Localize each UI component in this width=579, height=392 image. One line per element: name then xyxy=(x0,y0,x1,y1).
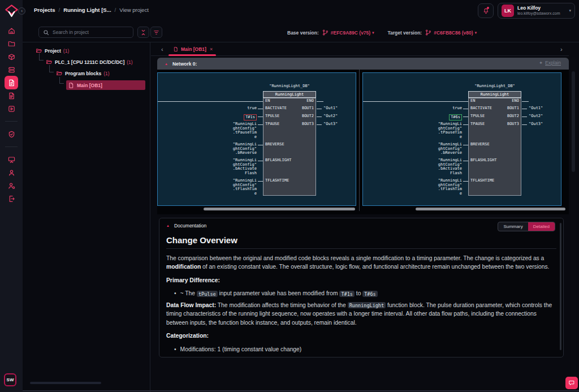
collapse-all-button[interactable] xyxy=(137,27,149,38)
collapse-triangle-icon: ▲ xyxy=(165,62,168,66)
fbd-input-port: BREVERSE xyxy=(265,143,310,147)
fbd-db-instance-name: "RunningLight_DB" xyxy=(443,84,547,89)
fbd-block-header: RunningLight xyxy=(468,91,521,98)
compare-icon xyxy=(7,79,16,87)
doc-text: Modifications: 1 (timing constant value … xyxy=(180,345,302,354)
fbd-eno-stub xyxy=(522,101,529,102)
fbd-input-operand: T#6s xyxy=(397,114,462,120)
sidebar-item-media[interactable] xyxy=(0,103,23,114)
base-diagram-scrollbar[interactable] xyxy=(204,208,355,210)
fbd-output-tick xyxy=(522,124,527,125)
feedback-chat-button[interactable] xyxy=(565,377,578,389)
target-diagram-scrollbar[interactable] xyxy=(416,208,565,210)
toggle-detailed[interactable]: Detailed xyxy=(528,222,555,231)
fbd-input-tick xyxy=(463,117,468,117)
breadcrumb-item[interactable]: View project xyxy=(119,7,149,13)
sidebar-item-docs[interactable] xyxy=(0,193,23,204)
workspace-badge[interactable]: SW xyxy=(4,373,16,386)
target-version-label: Target version: xyxy=(387,30,422,36)
notifications-button[interactable] xyxy=(478,3,494,18)
tree-item-main-ob1-[interactable]: Main [OB1] xyxy=(66,80,145,90)
avatar: LK xyxy=(502,5,514,17)
tab-close-icon[interactable]: × xyxy=(210,46,213,52)
fbd-input-tick xyxy=(463,124,468,125)
doc-text: Additions: 0 xyxy=(180,356,211,357)
chat-icon xyxy=(568,380,575,386)
user-menu[interactable]: LK Leo Kilfoy leo.kilfoy@sdaworx.com ▾ xyxy=(498,3,575,19)
fbd-input-operand: "RunningLi ghtConfig" .bActivate Flash xyxy=(397,158,462,175)
fbd-input-operand: "RunningLi ghtConfig" .tPauseTim e xyxy=(397,122,462,139)
breadcrumb: Projects/Running Light [S.../View projec… xyxy=(34,7,149,13)
tabs-scroll-left[interactable]: ‹ xyxy=(161,46,163,53)
base-version-select[interactable]: #EFC9A89C (v75) ▾ xyxy=(322,29,374,36)
caret-down-icon: ▾ xyxy=(372,31,374,35)
breadcrumb-item[interactable]: Running Light [S... xyxy=(63,7,111,13)
fbd-block-header: RunningLight xyxy=(263,91,316,98)
tabs-scroll-right[interactable]: › xyxy=(560,46,563,53)
fbd-input-operand: true xyxy=(192,106,257,111)
fbd-output-tick xyxy=(522,109,527,109)
fbd-input-operand: "RunningLi ghtConfig" .bReverse xyxy=(192,143,257,156)
tree-item-project[interactable]: Project(1) xyxy=(36,45,150,57)
fbd-diagram-base[interactable]: "RunningLight_DB"RunningLightENENOtrueBA… xyxy=(157,72,356,206)
tree-item-plc-1-cpu-1211c-dc-dc-dc-[interactable]: PLC_1 [CPU 1211C DC/DC/DC](1) xyxy=(46,57,150,68)
sidebar-item-devices[interactable] xyxy=(0,51,23,62)
app-logo[interactable] xyxy=(4,3,19,19)
sidebar-item-reports[interactable] xyxy=(0,90,23,101)
tree-file-icon xyxy=(68,82,75,89)
breadcrumb-item[interactable]: Projects xyxy=(34,7,55,13)
project-tree-panel: Project(1)PLC_1 [CPU 1211C DC/DC/DC](1)P… xyxy=(23,42,150,392)
target-version-select[interactable]: #C6FB8C86 (v80) ▾ xyxy=(425,29,477,36)
storage-icon xyxy=(7,66,16,74)
fbd-rail-line xyxy=(158,101,263,102)
fbd-diagram-target[interactable]: "RunningLight_DB"RunningLightENENOtrueBA… xyxy=(362,72,561,206)
network-section: ▲ Network 0: ✦ Explain "RunningLight_DB"… xyxy=(157,58,569,214)
fbd-port-eno: ENO xyxy=(476,99,519,104)
toggle-summary[interactable]: Summary xyxy=(498,222,528,231)
tree-item-label: Program blocks xyxy=(65,71,101,76)
fbd-output-port: BOUT3 xyxy=(476,122,519,127)
sidebar-item-team[interactable] xyxy=(0,180,23,191)
documentation-scrollbar[interactable] xyxy=(560,223,561,350)
base-version-label: Base version: xyxy=(287,30,319,36)
sidebar-item-security[interactable] xyxy=(0,128,23,140)
fbd-input-operand: "RunningLi ghtConfig" .bReverse xyxy=(397,143,462,156)
explain-button[interactable]: ✦ Explain xyxy=(539,60,561,66)
search-input[interactable] xyxy=(53,29,129,35)
window-bottom-edge xyxy=(23,390,579,391)
sidebar-item-compare[interactable] xyxy=(0,77,23,88)
file-icon xyxy=(173,46,179,52)
fbd-input-tick xyxy=(258,117,263,117)
fbd-output-operand: "Out1" xyxy=(323,106,354,111)
summary-detailed-toggle: SummaryDetailed xyxy=(498,222,555,231)
training-icon xyxy=(7,156,16,164)
filter-button[interactable] xyxy=(150,27,162,38)
sidebar-item-storage[interactable] xyxy=(0,64,23,75)
fbd-eno-stub xyxy=(317,101,323,102)
breadcrumb-separator: / xyxy=(115,7,116,13)
sidebar-item-profile[interactable] xyxy=(0,167,23,178)
tree-horizontal-scrollbar[interactable] xyxy=(30,382,101,384)
sidebar-item-home[interactable] xyxy=(0,25,23,36)
security-icon xyxy=(7,130,16,139)
doc-paragraph: Categorization: xyxy=(166,331,554,340)
fbd-input-port: BREVERSE xyxy=(470,143,516,147)
app-window: › SW Projects/Running Light [S.../View p… xyxy=(0,0,579,392)
tab-main-ob1[interactable]: Main [OB1] × xyxy=(168,45,217,54)
main-scrollbar-thumb[interactable] xyxy=(572,71,575,172)
projects-icon xyxy=(7,40,16,48)
fbd-input-port: TFLASHTIME xyxy=(265,179,310,183)
network-header[interactable]: ▲ Network 0: ✦ Explain xyxy=(157,58,569,70)
tree-guide xyxy=(59,77,64,84)
toolbar: Base version: #EFC9A89C (v75) ▾ Target v… xyxy=(23,21,579,42)
sidebar-item-training[interactable] xyxy=(0,154,23,165)
sidebar-expand-button[interactable]: › xyxy=(18,7,25,15)
text: to xyxy=(355,290,362,296)
diagram-divider xyxy=(359,70,360,211)
sidebar-divider xyxy=(5,121,18,122)
fbd-input-port: BFLASHLIGHT xyxy=(265,158,310,163)
tree-item-program-blocks[interactable]: Program blocks(1) xyxy=(56,68,150,79)
sidebar-item-projects[interactable] xyxy=(0,38,23,49)
fbd-input-operand: "RunningLi ghtConfig" .tFlashTim e xyxy=(397,179,462,196)
fbd-input-operand: T#1s xyxy=(192,114,257,120)
